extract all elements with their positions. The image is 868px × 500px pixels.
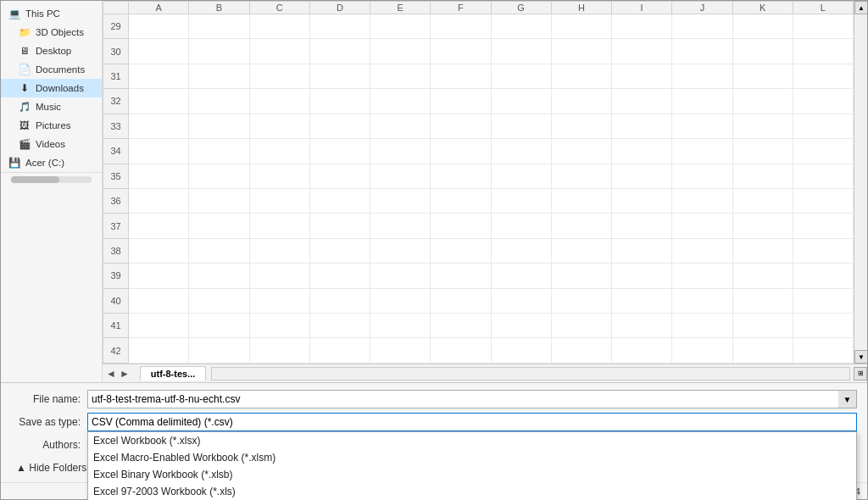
grid-cell[interactable] xyxy=(370,338,431,364)
grid-cell[interactable] xyxy=(370,64,431,88)
grid-cell[interactable] xyxy=(612,89,672,114)
grid-cell[interactable] xyxy=(551,314,611,338)
sheet-tab-active[interactable]: utf-8-tes... xyxy=(140,366,207,381)
hide-folders-button[interactable]: ▲ Hide Folders xyxy=(11,459,92,476)
grid-cell[interactable] xyxy=(672,288,732,313)
grid-cell[interactable] xyxy=(732,288,793,313)
grid-cell[interactable] xyxy=(551,338,611,364)
grid-cell[interactable] xyxy=(793,288,853,313)
grid-cell[interactable] xyxy=(309,264,370,288)
grid-cell[interactable] xyxy=(551,264,611,288)
grid-cell[interactable] xyxy=(189,214,249,238)
grid-cell[interactable] xyxy=(370,14,431,39)
grid-cell[interactable] xyxy=(309,188,370,213)
grid-cell[interactable] xyxy=(612,214,672,238)
grid-cell[interactable] xyxy=(431,39,491,64)
scroll-sheet-left[interactable]: ◄ xyxy=(106,368,116,380)
grid-cell[interactable] xyxy=(431,139,491,164)
grid-cell[interactable] xyxy=(129,288,189,313)
grid-cell[interactable] xyxy=(189,338,249,364)
grid-cell[interactable] xyxy=(129,264,189,288)
grid-cell[interactable] xyxy=(491,139,551,164)
grid-cell[interactable] xyxy=(491,314,551,338)
grid-cell[interactable] xyxy=(189,14,249,39)
grid-cell[interactable] xyxy=(431,164,491,188)
grid-cell[interactable] xyxy=(491,214,551,238)
grid-cell[interactable] xyxy=(189,164,249,188)
grid-cell[interactable] xyxy=(732,214,793,238)
sidebar-item-acer-c[interactable]: 💾Acer (C:) xyxy=(1,153,102,172)
grid-cell[interactable] xyxy=(612,314,672,338)
grid-cell[interactable] xyxy=(672,39,732,64)
grid-cell[interactable] xyxy=(551,14,611,39)
grid-cell[interactable] xyxy=(309,114,370,138)
grid-cell[interactable] xyxy=(370,288,431,313)
vertical-scrollbar[interactable]: ▲ ▼ xyxy=(854,1,867,364)
grid-cell[interactable] xyxy=(551,114,611,138)
grid-cell[interactable] xyxy=(129,338,189,364)
grid-cell[interactable] xyxy=(491,164,551,188)
grid-cell[interactable] xyxy=(793,114,853,138)
grid-cell[interactable] xyxy=(309,338,370,364)
grid-cell[interactable] xyxy=(129,214,189,238)
grid-cell[interactable] xyxy=(309,64,370,88)
grid-cell[interactable] xyxy=(370,164,431,188)
grid-cell[interactable] xyxy=(309,238,370,263)
grid-cell[interactable] xyxy=(309,314,370,338)
grid-cell[interactable] xyxy=(732,89,793,114)
grid-cell[interactable] xyxy=(370,39,431,64)
grid-cell[interactable] xyxy=(431,314,491,338)
grid-cell[interactable] xyxy=(551,288,611,313)
grid-cell[interactable] xyxy=(672,264,732,288)
grid-cell[interactable] xyxy=(672,14,732,39)
grid-cell[interactable] xyxy=(612,288,672,313)
grid-cell[interactable] xyxy=(732,39,793,64)
sidebar-item-3d-objects[interactable]: 📁3D Objects xyxy=(1,23,102,42)
grid-cell[interactable] xyxy=(672,114,732,138)
file-name-input[interactable] xyxy=(87,390,857,408)
grid-cell[interactable] xyxy=(491,114,551,138)
grid-cell[interactable] xyxy=(309,139,370,164)
grid-cell[interactable] xyxy=(491,264,551,288)
grid-cell[interactable] xyxy=(370,188,431,213)
grid-cell[interactable] xyxy=(551,139,611,164)
grid-cell[interactable] xyxy=(431,89,491,114)
scroll-corner-button[interactable]: ⊞ xyxy=(854,367,867,381)
grid-cell[interactable] xyxy=(431,238,491,263)
grid-cell[interactable] xyxy=(612,238,672,263)
grid-cell[interactable] xyxy=(189,114,249,138)
grid-cell[interactable] xyxy=(612,139,672,164)
grid-cell[interactable] xyxy=(309,214,370,238)
grid-cell[interactable] xyxy=(431,214,491,238)
grid-cell[interactable] xyxy=(129,39,189,64)
grid-cell[interactable] xyxy=(491,338,551,364)
grid-cell[interactable] xyxy=(732,164,793,188)
grid-cell[interactable] xyxy=(793,64,853,88)
grid-cell[interactable] xyxy=(793,264,853,288)
dropdown-selected-value[interactable]: CSV (Comma delimited) (*.csv) xyxy=(87,413,857,431)
grid-cell[interactable] xyxy=(129,64,189,88)
grid-cell[interactable] xyxy=(370,139,431,164)
grid-cell[interactable] xyxy=(672,89,732,114)
sidebar-item-pictures[interactable]: 🖼Pictures xyxy=(1,116,102,135)
grid-cell[interactable] xyxy=(732,139,793,164)
grid-cell[interactable] xyxy=(491,288,551,313)
grid-cell[interactable] xyxy=(551,89,611,114)
grid-cell[interactable] xyxy=(551,214,611,238)
grid-cell[interactable] xyxy=(129,238,189,263)
grid-cell[interactable] xyxy=(249,288,309,313)
grid-cell[interactable] xyxy=(672,338,732,364)
grid-cell[interactable] xyxy=(612,188,672,213)
grid-cell[interactable] xyxy=(370,114,431,138)
grid-cell[interactable] xyxy=(672,64,732,88)
grid-cell[interactable] xyxy=(249,338,309,364)
grid-cell[interactable] xyxy=(129,188,189,213)
grid-cell[interactable] xyxy=(793,139,853,164)
grid-cell[interactable] xyxy=(732,238,793,263)
grid-cell[interactable] xyxy=(612,164,672,188)
grid-cell[interactable] xyxy=(189,39,249,64)
dropdown-option-excel-97-workbook[interactable]: Excel 97-2003 Workbook (*.xls) xyxy=(88,483,856,500)
grid-cell[interactable] xyxy=(189,314,249,338)
grid-cell[interactable] xyxy=(189,288,249,313)
grid-cell[interactable] xyxy=(189,238,249,263)
